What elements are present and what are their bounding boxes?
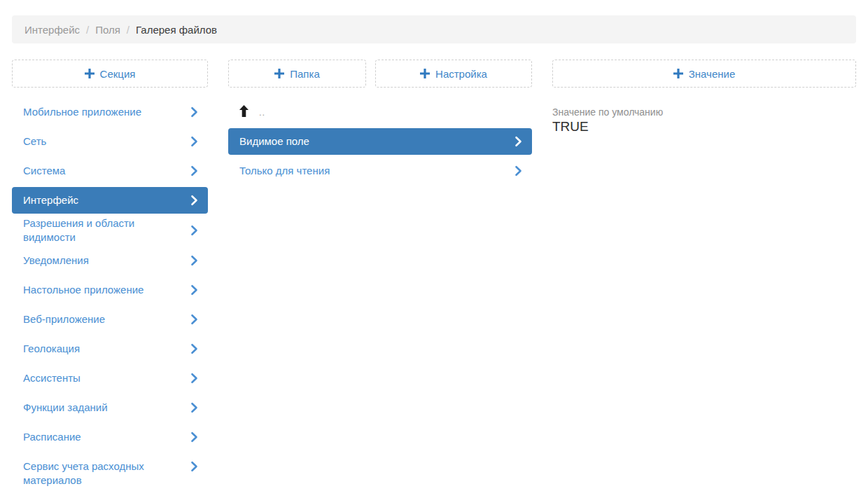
plus-icon bbox=[85, 69, 94, 78]
sidebar-item-label: Ассистенты bbox=[23, 371, 80, 385]
sidebar-item-label: Интерфейс bbox=[23, 193, 78, 207]
add-section-button[interactable]: Секция bbox=[12, 60, 208, 88]
breadcrumb-item-current: Галерея файлов bbox=[136, 24, 217, 36]
sidebar-item-label: Сеть bbox=[23, 134, 46, 148]
add-setting-label: Настройка bbox=[435, 68, 487, 80]
sidebar-item-mobile-app[interactable]: Мобильное приложение bbox=[12, 99, 208, 125]
sidebar-item-label: Веб-приложение bbox=[23, 312, 105, 326]
sidebar-item-label: Сервис учета расходных материалов bbox=[23, 459, 185, 487]
sidebar-item-web-app[interactable]: Веб-приложение bbox=[12, 306, 208, 333]
sidebar-item-label: Уведомления bbox=[23, 254, 89, 268]
sidebar-item-assistants[interactable]: Ассистенты bbox=[12, 365, 208, 392]
sidebar-item-label: Настольное приложение bbox=[23, 283, 144, 297]
chevron-right-icon bbox=[190, 284, 198, 296]
chevron-right-icon bbox=[514, 136, 522, 147]
sections-sidebar: Мобильное приложение Сеть Система Интерф… bbox=[12, 99, 208, 497]
plus-icon bbox=[274, 69, 284, 78]
sidebar-item-label: Геолокация bbox=[23, 342, 80, 356]
chevron-right-icon bbox=[190, 314, 198, 325]
sidebar-item-task-functions[interactable]: Функции заданий bbox=[12, 394, 208, 421]
sidebar-item-desktop-app[interactable]: Настольное приложение bbox=[12, 277, 208, 303]
sidebar-item-schedule[interactable]: Расписание bbox=[12, 424, 208, 450]
add-folder-button[interactable]: Папка bbox=[228, 60, 366, 88]
breadcrumb-separator: / bbox=[86, 24, 89, 36]
add-folder-label: Папка bbox=[290, 68, 319, 80]
add-section-label: Секция bbox=[100, 68, 136, 80]
add-setting-button[interactable]: Настройка bbox=[375, 60, 532, 88]
sidebar-item-system[interactable]: Система bbox=[12, 158, 208, 184]
setting-item-visible-field[interactable]: Видимое поле bbox=[228, 128, 532, 155]
sidebar-item-network[interactable]: Сеть bbox=[12, 128, 208, 155]
value-detail-pane: Значение по умолчанию TRUE bbox=[552, 99, 856, 134]
chevron-right-icon bbox=[190, 106, 198, 118]
add-buttons-toolbar: Секция Папка Настройка Значение bbox=[12, 60, 856, 88]
plus-icon bbox=[673, 69, 683, 78]
sidebar-item-consumables-service[interactable]: Сервис учета расходных материалов bbox=[12, 453, 208, 494]
add-value-button[interactable]: Значение bbox=[552, 60, 856, 88]
add-value-label: Значение bbox=[689, 68, 736, 80]
sidebar-item-notifications[interactable]: Уведомления bbox=[12, 247, 208, 274]
chevron-right-icon bbox=[190, 255, 198, 266]
chevron-right-icon bbox=[190, 343, 198, 354]
sidebar-item-label: Система bbox=[23, 164, 65, 178]
sidebar-item-interface[interactable]: Интерфейс bbox=[12, 187, 208, 214]
chevron-right-icon bbox=[190, 402, 198, 413]
breadcrumb-item-interface[interactable]: Интерфейс bbox=[24, 24, 80, 36]
arrow-up-icon bbox=[239, 105, 248, 120]
sidebar-item-label: Функции заданий bbox=[23, 401, 108, 415]
sidebar-item-geolocation[interactable]: Геолокация bbox=[12, 336, 208, 362]
setting-item-label: Только для чтения bbox=[239, 164, 330, 178]
chevron-right-icon bbox=[190, 136, 198, 147]
sidebar-item-label: Разрешения и области видимости bbox=[23, 216, 185, 244]
plus-icon bbox=[420, 69, 430, 78]
setting-item-read-only[interactable]: Только для чтения bbox=[228, 158, 532, 184]
chevron-right-icon bbox=[190, 195, 198, 206]
settings-list: .. Видимое поле Только для чтения bbox=[228, 99, 532, 187]
folder-up-button[interactable]: .. bbox=[228, 99, 532, 125]
chevron-right-icon bbox=[190, 225, 198, 236]
chevron-right-icon bbox=[190, 165, 198, 177]
default-value: TRUE bbox=[552, 118, 856, 134]
setting-item-label: Видимое поле bbox=[239, 134, 309, 148]
breadcrumb-item-fields[interactable]: Поля bbox=[95, 24, 120, 36]
sidebar-item-label: Мобильное приложение bbox=[23, 105, 141, 119]
chevron-right-icon bbox=[514, 165, 522, 177]
default-value-label: Значение по умолчанию bbox=[552, 106, 856, 118]
sidebar-item-label: Расписание bbox=[23, 430, 81, 444]
chevron-right-icon bbox=[190, 431, 198, 443]
chevron-right-icon bbox=[190, 461, 198, 472]
parent-folder-label: .. bbox=[259, 107, 265, 118]
breadcrumb: Интерфейс / Поля / Галерея файлов bbox=[12, 15, 856, 43]
chevron-right-icon bbox=[190, 373, 198, 384]
breadcrumb-separator: / bbox=[127, 24, 130, 36]
sidebar-item-permissions[interactable]: Разрешения и области видимости bbox=[12, 216, 208, 244]
